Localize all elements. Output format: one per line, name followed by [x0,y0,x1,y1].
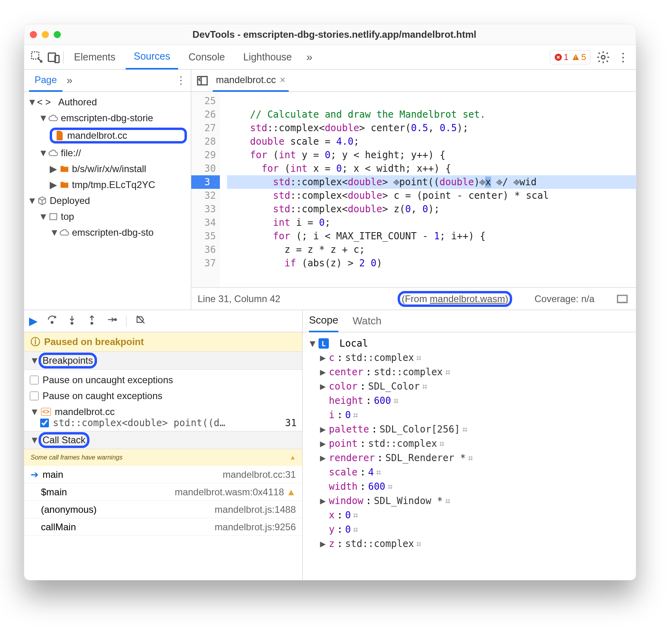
info-icon: ⓘ [31,336,40,348]
pretty-print-icon[interactable] [615,292,629,306]
callstack-frame[interactable]: ➔mainmandelbrot.cc:31 [24,466,302,483]
svg-rect-6 [50,213,56,219]
navigator-more-tabs-icon[interactable]: » [62,74,77,88]
paused-banner: ⓘ Paused on breakpoint [24,332,302,351]
deployed-icon [37,196,47,206]
memory-icon[interactable]: ⌗ [388,482,392,492]
toggle-navigator-icon[interactable] [195,74,210,88]
error-warning-badge[interactable]: 1 !5 [550,50,591,64]
devtools-panel-tabs: Elements Sources Console Lighthouse » 1 … [24,45,636,70]
code-editor[interactable]: 25262728293031323334353637 // Calculate … [191,92,636,287]
breakpoint-item[interactable]: std::complex<double> point((d…31 [40,417,297,429]
source-map-from[interactable]: (From mandelbrot.wasm) [399,293,511,305]
scope-variable[interactable]: ▶palette: SDL_Color[256] ⌗ [309,422,629,436]
tree-file-mandelbrot[interactable]: mandelbrot.cc [50,128,187,144]
tab-console[interactable]: Console [181,45,233,70]
cloud-icon [48,113,58,123]
memory-icon[interactable]: ⌗ [445,367,450,377]
local-scope-badge: L [319,338,329,349]
scope-variable[interactable]: ▶z: std::complex ⌗ [309,537,629,551]
memory-icon[interactable]: ⌗ [353,510,358,520]
editor-tab-mandelbrot[interactable]: mandelbrot.cc × [213,70,289,92]
memory-icon[interactable]: ⌗ [353,410,358,420]
scope-pane[interactable]: ▼L Local ▶c: std::complex ⌗▶center: std:… [303,332,636,580]
scope-variable[interactable]: ▶color: SDL_Color ⌗ [309,379,629,394]
step-into-icon[interactable] [66,314,78,328]
scope-variable[interactable]: ▶center: std::complex ⌗ [309,365,629,379]
memory-icon[interactable]: ⌗ [353,525,358,535]
svg-point-12 [115,319,117,321]
tab-lighthouse[interactable]: Lighthouse [235,45,300,70]
tab-sources[interactable]: Sources [126,45,178,70]
more-tabs-icon[interactable]: » [302,50,317,64]
folder-icon [59,180,70,190]
pause-caught-label: Pause on caught exceptions [43,390,163,401]
memory-icon[interactable]: ⌗ [416,353,421,363]
scope-variable[interactable]: y: 0 ⌗ [309,522,629,537]
memory-icon[interactable]: ⌗ [468,453,473,463]
navigator-kebab-icon[interactable]: ⋮ [176,74,186,87]
warning-icon: ▲ [289,454,296,461]
deactivate-breakpoints-icon[interactable] [135,314,146,328]
device-toolbar-icon[interactable] [47,50,61,64]
tree-deployed[interactable]: Deployed [50,195,90,206]
tree-folder2[interactable]: tmp/tmp.ELcTq2YC [72,179,155,190]
tree-folder1[interactable]: b/s/w/ir/x/w/install [72,163,146,175]
orange-file-icon: <> [41,408,51,416]
cloud-icon [48,148,58,158]
traffic-lights [30,31,61,38]
file-navigator-tree[interactable]: ▼< > Authored ▼emscripten-dbg-storie man… [24,92,191,310]
memory-icon[interactable]: ⌗ [439,439,444,449]
breakpoint-enabled-checkbox[interactable] [40,419,49,427]
callstack-frame[interactable]: callMainmandelbrot.js:9256 [24,518,302,536]
callstack-section-header[interactable]: ▼ Call Stack [24,431,302,449]
tree-file-scheme[interactable]: file:// [61,147,81,159]
scope-variable[interactable]: ▶window: SDL_Window * ⌗ [309,494,629,508]
debugger-toolbar: ▶ [24,310,302,332]
tree-authored[interactable]: Authored [58,97,97,108]
pause-uncaught-checkbox[interactable] [30,376,39,384]
memory-icon[interactable]: ⌗ [445,496,450,506]
scope-variable[interactable]: ▶c: std::complex ⌗ [309,351,629,365]
pause-caught-checkbox[interactable] [30,392,39,400]
scope-variable[interactable]: x: 0 ⌗ [309,508,629,522]
kebab-menu-icon[interactable]: ⋮ [616,50,630,64]
scope-variable[interactable]: width: 600 ⌗ [309,479,629,494]
maximize-window-button[interactable] [54,31,61,38]
breakpoints-section-header[interactable]: ▼ Breakpoints [24,351,302,370]
tree-domain[interactable]: emscripten-dbg-storie [61,112,153,124]
cloud-icon [59,227,70,238]
memory-icon[interactable]: ⌗ [462,425,467,434]
tree-top[interactable]: top [61,211,74,222]
step-over-icon[interactable] [47,314,58,328]
watch-tab[interactable]: Watch [353,315,382,327]
minimize-window-button[interactable] [42,31,49,38]
step-icon[interactable] [106,314,117,328]
scope-variable[interactable]: scale: 4 ⌗ [309,465,629,479]
scope-variable[interactable]: height: 600 ⌗ [309,394,629,408]
frame-icon [48,211,58,222]
callstack-frame[interactable]: $mainmandelbrot.wasm:0x4118▲ [24,483,302,501]
breakpoint-file-group[interactable]: ▼<>mandelbrot.cc [30,406,297,417]
scope-tab[interactable]: Scope [309,310,338,332]
scope-variable[interactable]: i: 0 ⌗ [309,408,629,422]
tab-elements[interactable]: Elements [66,45,123,70]
window-title: DevTools - emscripten-dbg-stories.netlif… [61,29,608,40]
cursor-position: Line 31, Column 42 [198,293,280,304]
tree-domain2[interactable]: emscripten-dbg-sto [72,227,153,238]
inspect-element-icon[interactable] [30,50,44,64]
memory-icon[interactable]: ⌗ [422,382,427,392]
scope-variable[interactable]: ▶point: std::complex ⌗ [309,436,629,451]
memory-icon[interactable]: ⌗ [376,467,381,477]
step-out-icon[interactable] [86,314,97,328]
close-window-button[interactable] [30,31,37,38]
navigator-tab-page[interactable]: Page [29,70,62,92]
settings-icon[interactable] [596,50,610,64]
warning-icon: ▲ [286,487,296,498]
memory-icon[interactable]: ⌗ [416,539,421,549]
close-tab-icon[interactable]: × [280,74,286,85]
memory-icon[interactable]: ⌗ [394,396,398,406]
resume-icon[interactable]: ▶ [29,314,38,328]
scope-variable[interactable]: ▶renderer: SDL_Renderer * ⌗ [309,451,629,465]
callstack-frame[interactable]: (anonymous)mandelbrot.js:1488 [24,501,302,518]
